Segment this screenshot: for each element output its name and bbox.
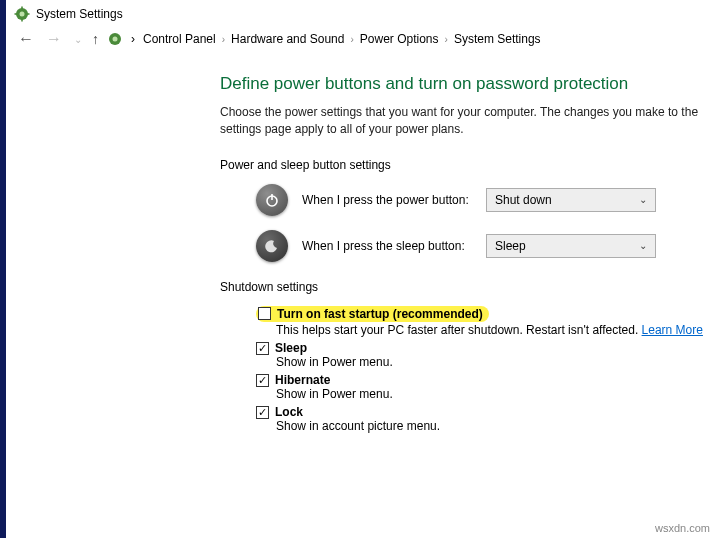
- chevron-down-icon: ⌄: [639, 240, 647, 251]
- window-title: System Settings: [36, 7, 123, 21]
- chevron-right-icon: ›: [350, 34, 353, 45]
- back-button[interactable]: ←: [16, 30, 36, 48]
- control-panel-icon: [107, 31, 123, 47]
- page-subtitle: Choose the power settings that you want …: [220, 104, 720, 138]
- sleep-checkbox-label: Sleep: [275, 341, 307, 355]
- svg-rect-3: [21, 19, 23, 22]
- fast-startup-desc: This helps start your PC faster after sh…: [276, 323, 638, 337]
- sleep-button-icon: [256, 230, 288, 262]
- svg-point-7: [113, 37, 118, 42]
- svg-rect-4: [15, 13, 18, 15]
- sleep-button-dropdown[interactable]: Sleep ⌄: [486, 234, 656, 258]
- section-power-sleep: Power and sleep button settings: [220, 158, 720, 172]
- power-button-label: When I press the power button:: [302, 193, 472, 207]
- forward-button[interactable]: →: [44, 30, 64, 48]
- learn-more-link[interactable]: Learn More: [642, 323, 703, 337]
- chevron-right-icon: ›: [222, 34, 225, 45]
- lock-checkbox[interactable]: [256, 406, 269, 419]
- svg-rect-5: [27, 13, 30, 15]
- breadcrumb: Control Panel › Hardware and Sound › Pow…: [143, 32, 541, 46]
- crumb-control-panel[interactable]: Control Panel: [143, 32, 216, 46]
- lock-checkbox-desc: Show in account picture menu.: [276, 419, 720, 433]
- watermark: wsxdn.com: [655, 522, 710, 534]
- crumb-system-settings[interactable]: System Settings: [454, 32, 541, 46]
- sleep-dropdown-value: Sleep: [495, 239, 526, 253]
- power-dropdown-value: Shut down: [495, 193, 552, 207]
- up-button[interactable]: ↑: [92, 31, 99, 47]
- hibernate-checkbox-label: Hibernate: [275, 373, 330, 387]
- crumb-hardware-sound[interactable]: Hardware and Sound: [231, 32, 344, 46]
- system-settings-icon: [14, 6, 30, 22]
- hibernate-checkbox[interactable]: [256, 374, 269, 387]
- sleep-checkbox[interactable]: [256, 342, 269, 355]
- svg-rect-2: [21, 7, 23, 10]
- power-button-dropdown[interactable]: Shut down ⌄: [486, 188, 656, 212]
- crumb-power-options[interactable]: Power Options: [360, 32, 439, 46]
- svg-point-1: [20, 12, 25, 17]
- hibernate-checkbox-desc: Show in Power menu.: [276, 387, 720, 401]
- power-button-icon: [256, 184, 288, 216]
- sleep-checkbox-desc: Show in Power menu.: [276, 355, 720, 369]
- section-shutdown: Shutdown settings: [220, 280, 720, 294]
- fast-startup-label: Turn on fast startup (recommended): [277, 307, 483, 321]
- page-title: Define power buttons and turn on passwor…: [220, 74, 720, 94]
- fast-startup-checkbox[interactable]: [258, 307, 271, 320]
- chevron-right-icon: ›: [445, 34, 448, 45]
- chevron-down-icon: ⌄: [639, 194, 647, 205]
- recent-dropdown-icon[interactable]: ⌄: [72, 34, 84, 45]
- svg-rect-9: [271, 194, 273, 200]
- chevron-right-icon: ›: [131, 32, 135, 46]
- sleep-button-label: When I press the sleep button:: [302, 239, 472, 253]
- lock-checkbox-label: Lock: [275, 405, 303, 419]
